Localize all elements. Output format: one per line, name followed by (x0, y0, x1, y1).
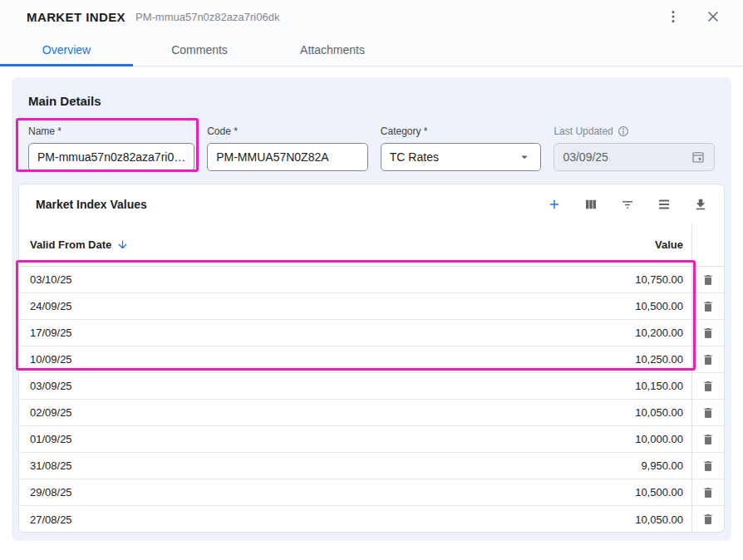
trash-icon (701, 406, 715, 420)
delete-row-button[interactable] (692, 453, 724, 479)
delete-row-button[interactable] (692, 293, 724, 320)
table-row[interactable]: 29/08/25 10,500.00 (19, 479, 691, 506)
kebab-menu-icon (665, 8, 681, 25)
table-row[interactable]: 03/09/25 10,150.00 (19, 373, 691, 400)
trash-column-cells (692, 267, 724, 533)
value-cell[interactable]: 9,950.00 (641, 459, 683, 472)
last-updated-input[interactable]: 03/09/25 (554, 143, 715, 171)
code-input-value: PM-MMUA57N0Z82A (216, 150, 328, 164)
market-index-window: { "header": { "title": "MARKET INDEX", "… (0, 0, 743, 560)
delete-row-button[interactable] (692, 267, 724, 293)
valid-from-date-header-label: Valid From Date (30, 238, 111, 251)
kebab-menu-button[interactable] (663, 7, 683, 27)
tab-comments-label: Comments (171, 43, 228, 56)
columns-icon (583, 197, 598, 212)
download-icon (693, 197, 708, 212)
close-icon (705, 8, 721, 25)
titlebar-actions (663, 7, 723, 27)
tabs-bar: Overview Comments Attachments (0, 33, 743, 66)
grid-main: Valid From Date Value 03/10/25 10,750.00… (19, 224, 691, 533)
last-updated-label-text: Last Updated (554, 125, 613, 137)
name-input[interactable]: PM-mmua57n0z82aza7ri0… (28, 143, 194, 171)
main-details-form: Name * PM-mmua57n0z82aza7ri0… Code * PM-… (28, 125, 715, 171)
code-field-group: Code * PM-MMUA57N0Z82A (207, 125, 368, 171)
name-label: Name * (28, 125, 194, 137)
value-cell[interactable]: 10,050.00 (635, 406, 683, 419)
date-cell[interactable]: 02/09/25 (30, 406, 72, 419)
value-cell[interactable]: 10,500.00 (635, 300, 683, 312)
delete-row-button[interactable] (692, 506, 724, 533)
info-icon[interactable] (618, 125, 629, 137)
delete-row-button[interactable] (692, 426, 724, 453)
table-row[interactable]: 02/09/25 10,050.00 (19, 400, 691, 426)
table-row[interactable]: 01/09/25 10,000.00 (19, 426, 691, 453)
date-cell[interactable]: 27/08/25 (30, 513, 72, 526)
value-cell[interactable]: 10,250.00 (635, 353, 683, 366)
table-row[interactable]: 31/08/25 9,950.00 (19, 453, 691, 479)
delete-row-button[interactable] (692, 479, 724, 506)
name-field-group: Name * PM-mmua57n0z82aza7ri0… (28, 125, 194, 171)
market-index-values-card: Market Index Values (18, 184, 725, 533)
trash-column-header (692, 224, 724, 267)
table-title: Market Index Values (36, 198, 147, 211)
value-cell[interactable]: 10,000.00 (635, 433, 683, 445)
density-icon (657, 197, 672, 212)
trash-icon (701, 353, 715, 366)
value-header-label: Value (655, 238, 683, 251)
trash-icon (701, 513, 715, 526)
table-row[interactable]: 03/10/25 10,750.00 (19, 267, 691, 293)
trash-icon (701, 459, 715, 473)
page-title: MARKET INDEX (27, 10, 125, 24)
date-cell[interactable]: 29/08/25 (30, 486, 72, 499)
table-row[interactable]: 17/09/25 10,200.00 (19, 320, 691, 346)
delete-row-button[interactable] (692, 400, 724, 426)
tab-overview[interactable]: Overview (0, 33, 133, 66)
last-updated-value: 03/09/25 (563, 150, 608, 164)
code-input[interactable]: PM-MMUA57N0Z82A (207, 143, 368, 171)
category-field-group: Category * TC Rates (381, 125, 542, 171)
trash-icon (701, 273, 715, 287)
date-cell[interactable]: 17/09/25 (30, 327, 72, 339)
tab-attachments-label: Attachments (300, 43, 365, 56)
trash-icon (701, 327, 715, 340)
delete-row-button[interactable] (692, 346, 724, 373)
columns-button[interactable] (581, 194, 601, 214)
grid-column-headers: Valid From Date Value (19, 224, 691, 267)
table-row[interactable]: 10/09/25 10,250.00 (19, 346, 691, 373)
value-cell[interactable]: 10,150.00 (635, 380, 683, 392)
table-row[interactable]: 27/08/25 10,050.00 (19, 506, 691, 533)
tab-comments[interactable]: Comments (133, 33, 266, 66)
date-cell[interactable]: 01/09/25 (30, 433, 72, 445)
filter-button[interactable] (618, 194, 637, 214)
date-cell[interactable]: 24/09/25 (30, 300, 72, 312)
density-button[interactable] (654, 194, 674, 214)
value-cell[interactable]: 10,500.00 (635, 486, 683, 499)
date-cell[interactable]: 31/08/25 (30, 459, 72, 472)
close-button[interactable] (703, 7, 723, 27)
delete-row-button[interactable] (692, 320, 724, 346)
code-label: Code * (207, 125, 368, 137)
main-panel: Main Details Name * PM-mmua57n0z82aza7ri… (12, 77, 731, 541)
category-label: Category * (381, 125, 542, 137)
value-cell[interactable]: 10,050.00 (635, 513, 683, 526)
date-cell[interactable]: 10/09/25 (30, 353, 72, 366)
value-cell[interactable]: 10,200.00 (635, 327, 683, 339)
category-select[interactable]: TC Rates (381, 143, 542, 171)
date-cell[interactable]: 03/09/25 (30, 380, 72, 392)
add-row-button[interactable] (544, 194, 564, 214)
delete-row-button[interactable] (692, 373, 724, 400)
value-cell[interactable]: 10,750.00 (635, 273, 683, 286)
table-rows: 03/10/25 10,750.00 24/09/25 10,500.00 17… (19, 267, 691, 533)
name-input-value: PM-mmua57n0z82aza7ri0… (37, 150, 185, 164)
date-cell[interactable]: 03/10/25 (30, 273, 72, 286)
table-row[interactable]: 24/09/25 10,500.00 (19, 293, 691, 320)
column-header-value[interactable]: Value (655, 238, 683, 251)
plus-icon (547, 197, 562, 212)
last-updated-label: Last Updated (554, 125, 715, 137)
filter-icon (620, 197, 635, 212)
tab-attachments[interactable]: Attachments (266, 33, 399, 66)
trash-icon (701, 300, 715, 313)
column-header-valid-from-date[interactable]: Valid From Date (30, 238, 129, 251)
trash-icon (701, 486, 715, 499)
download-button[interactable] (691, 194, 711, 214)
